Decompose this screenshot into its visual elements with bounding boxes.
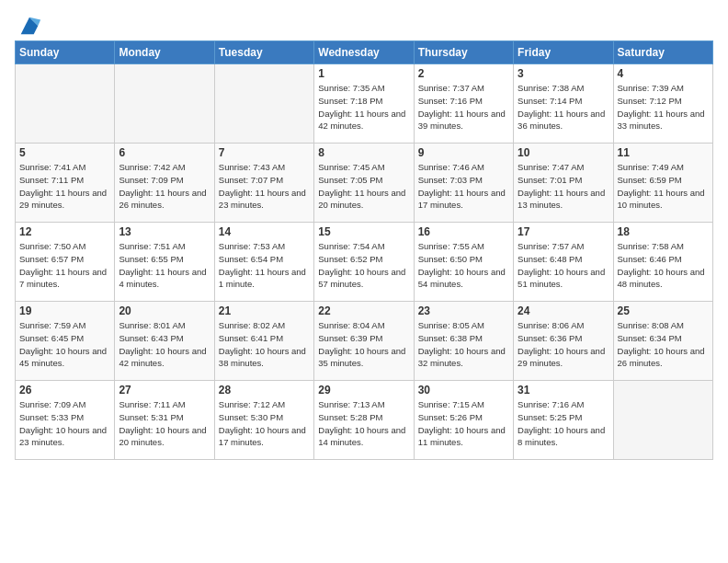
calendar-cell: 2Sunrise: 7:37 AMSunset: 7:16 PMDaylight… (414, 64, 513, 144)
day-info: Sunrise: 7:12 AMSunset: 5:30 PMDaylight:… (219, 398, 310, 449)
weekday-header-monday: Monday (115, 41, 214, 64)
day-info: Sunrise: 8:01 AMSunset: 6:43 PMDaylight:… (119, 319, 210, 370)
calendar-cell: 14Sunrise: 7:53 AMSunset: 6:54 PMDayligh… (214, 223, 313, 302)
day-info: Sunrise: 7:46 AMSunset: 7:03 PMDaylight:… (418, 161, 509, 212)
day-number: 23 (418, 304, 509, 317)
calendar-cell: 15Sunrise: 7:54 AMSunset: 6:52 PMDayligh… (314, 223, 414, 302)
day-info: Sunrise: 7:41 AMSunset: 7:11 PMDaylight:… (19, 161, 110, 212)
calendar-cell: 16Sunrise: 7:55 AMSunset: 6:50 PMDayligh… (414, 223, 513, 302)
day-info: Sunrise: 8:04 AMSunset: 6:39 PMDaylight:… (318, 319, 409, 370)
week-row-1: 1Sunrise: 7:35 AMSunset: 7:18 PMDaylight… (16, 64, 713, 144)
day-number: 25 (618, 304, 709, 317)
day-info: Sunrise: 7:09 AMSunset: 5:33 PMDaylight:… (19, 398, 110, 449)
calendar-cell: 9Sunrise: 7:46 AMSunset: 7:03 PMDaylight… (414, 144, 513, 223)
day-number: 30 (418, 384, 509, 396)
day-number: 10 (518, 146, 609, 159)
day-info: Sunrise: 8:05 AMSunset: 6:38 PMDaylight:… (418, 319, 509, 370)
day-info: Sunrise: 7:55 AMSunset: 6:50 PMDaylight:… (418, 240, 509, 291)
calendar-cell: 3Sunrise: 7:38 AMSunset: 7:14 PMDaylight… (514, 64, 613, 144)
day-number: 19 (19, 304, 110, 317)
calendar-cell: 18Sunrise: 7:58 AMSunset: 6:46 PMDayligh… (613, 223, 712, 302)
day-number: 24 (518, 304, 609, 317)
day-info: Sunrise: 7:37 AMSunset: 7:16 PMDaylight:… (418, 82, 509, 132)
day-info: Sunrise: 8:06 AMSunset: 6:36 PMDaylight:… (518, 319, 609, 370)
calendar-cell: 21Sunrise: 8:02 AMSunset: 6:41 PMDayligh… (214, 302, 313, 381)
weekday-header-tuesday: Tuesday (214, 41, 313, 64)
day-number: 26 (19, 384, 110, 396)
calendar-cell: 31Sunrise: 7:16 AMSunset: 5:25 PMDayligh… (514, 381, 613, 460)
logo-icon (17, 13, 42, 39)
calendar-cell (115, 64, 214, 144)
calendar-cell: 8Sunrise: 7:45 AMSunset: 7:05 PMDaylight… (314, 144, 414, 223)
day-info: Sunrise: 8:08 AMSunset: 6:34 PMDaylight:… (618, 319, 709, 370)
calendar-cell (613, 381, 712, 460)
day-info: Sunrise: 7:53 AMSunset: 6:54 PMDaylight:… (219, 240, 310, 291)
day-number: 11 (618, 146, 709, 159)
day-info: Sunrise: 7:16 AMSunset: 5:25 PMDaylight:… (518, 398, 609, 449)
calendar-cell: 13Sunrise: 7:51 AMSunset: 6:55 PMDayligh… (115, 223, 214, 302)
calendar-cell: 6Sunrise: 7:42 AMSunset: 7:09 PMDaylight… (115, 144, 214, 223)
day-number: 27 (119, 384, 210, 396)
calendar-cell (16, 64, 115, 144)
calendar-cell: 29Sunrise: 7:13 AMSunset: 5:28 PMDayligh… (314, 381, 414, 460)
calendar-cell: 12Sunrise: 7:50 AMSunset: 6:57 PMDayligh… (16, 223, 115, 302)
day-info: Sunrise: 7:43 AMSunset: 7:07 PMDaylight:… (219, 161, 310, 212)
day-info: Sunrise: 8:02 AMSunset: 6:41 PMDaylight:… (219, 319, 310, 370)
weekday-header-thursday: Thursday (414, 41, 513, 64)
day-info: Sunrise: 7:38 AMSunset: 7:14 PMDaylight:… (518, 82, 609, 132)
day-info: Sunrise: 7:54 AMSunset: 6:52 PMDaylight:… (318, 240, 409, 291)
day-number: 18 (618, 225, 709, 238)
day-number: 1 (318, 67, 409, 80)
weekday-header-friday: Friday (514, 41, 613, 64)
calendar-cell: 1Sunrise: 7:35 AMSunset: 7:18 PMDaylight… (314, 64, 414, 144)
day-info: Sunrise: 7:51 AMSunset: 6:55 PMDaylight:… (119, 240, 210, 291)
weekday-header-sunday: Sunday (16, 41, 115, 64)
calendar-cell: 30Sunrise: 7:15 AMSunset: 5:26 PMDayligh… (414, 381, 513, 460)
day-number: 28 (219, 384, 310, 396)
calendar-table: SundayMondayTuesdayWednesdayThursdayFrid… (15, 40, 713, 460)
calendar-cell: 7Sunrise: 7:43 AMSunset: 7:07 PMDaylight… (214, 144, 313, 223)
day-number: 14 (219, 225, 310, 238)
day-number: 4 (618, 67, 709, 80)
calendar-cell: 5Sunrise: 7:41 AMSunset: 7:11 PMDaylight… (16, 144, 115, 223)
day-info: Sunrise: 7:45 AMSunset: 7:05 PMDaylight:… (318, 161, 409, 212)
day-info: Sunrise: 7:57 AMSunset: 6:48 PMDaylight:… (518, 240, 609, 291)
day-info: Sunrise: 7:15 AMSunset: 5:26 PMDaylight:… (418, 398, 509, 449)
day-number: 29 (318, 384, 409, 396)
day-number: 7 (219, 146, 310, 159)
day-number: 17 (518, 225, 609, 238)
calendar-cell: 20Sunrise: 8:01 AMSunset: 6:43 PMDayligh… (115, 302, 214, 381)
day-info: Sunrise: 7:39 AMSunset: 7:12 PMDaylight:… (618, 82, 709, 132)
week-row-4: 19Sunrise: 7:59 AMSunset: 6:45 PMDayligh… (16, 302, 713, 381)
weekday-header-wednesday: Wednesday (314, 41, 414, 64)
calendar-cell: 17Sunrise: 7:57 AMSunset: 6:48 PMDayligh… (514, 223, 613, 302)
calendar-cell: 19Sunrise: 7:59 AMSunset: 6:45 PMDayligh… (16, 302, 115, 381)
calendar-cell: 23Sunrise: 8:05 AMSunset: 6:38 PMDayligh… (414, 302, 513, 381)
day-info: Sunrise: 7:49 AMSunset: 6:59 PMDaylight:… (618, 161, 709, 212)
day-number: 6 (119, 146, 210, 159)
weekday-header-saturday: Saturday (613, 41, 712, 64)
day-info: Sunrise: 7:11 AMSunset: 5:31 PMDaylight:… (119, 398, 210, 449)
day-info: Sunrise: 7:50 AMSunset: 6:57 PMDaylight:… (19, 240, 110, 291)
day-number: 12 (19, 225, 110, 238)
day-number: 15 (318, 225, 409, 238)
calendar-cell: 4Sunrise: 7:39 AMSunset: 7:12 PMDaylight… (613, 64, 712, 144)
day-info: Sunrise: 7:47 AMSunset: 7:01 PMDaylight:… (518, 161, 609, 212)
day-number: 2 (418, 67, 509, 80)
day-number: 16 (418, 225, 509, 238)
calendar-cell: 10Sunrise: 7:47 AMSunset: 7:01 PMDayligh… (514, 144, 613, 223)
day-info: Sunrise: 7:42 AMSunset: 7:09 PMDaylight:… (119, 161, 210, 212)
day-number: 5 (19, 146, 110, 159)
day-number: 22 (318, 304, 409, 317)
day-number: 20 (119, 304, 210, 317)
calendar-cell: 24Sunrise: 8:06 AMSunset: 6:36 PMDayligh… (514, 302, 613, 381)
calendar-cell: 25Sunrise: 8:08 AMSunset: 6:34 PMDayligh… (613, 302, 712, 381)
day-number: 13 (119, 225, 210, 238)
calendar-cell: 28Sunrise: 7:12 AMSunset: 5:30 PMDayligh… (214, 381, 313, 460)
week-row-5: 26Sunrise: 7:09 AMSunset: 5:33 PMDayligh… (16, 381, 713, 460)
day-number: 9 (418, 146, 509, 159)
day-number: 3 (518, 67, 609, 80)
day-number: 21 (219, 304, 310, 317)
day-info: Sunrise: 7:13 AMSunset: 5:28 PMDaylight:… (318, 398, 409, 449)
week-row-2: 5Sunrise: 7:41 AMSunset: 7:11 PMDaylight… (16, 144, 713, 223)
